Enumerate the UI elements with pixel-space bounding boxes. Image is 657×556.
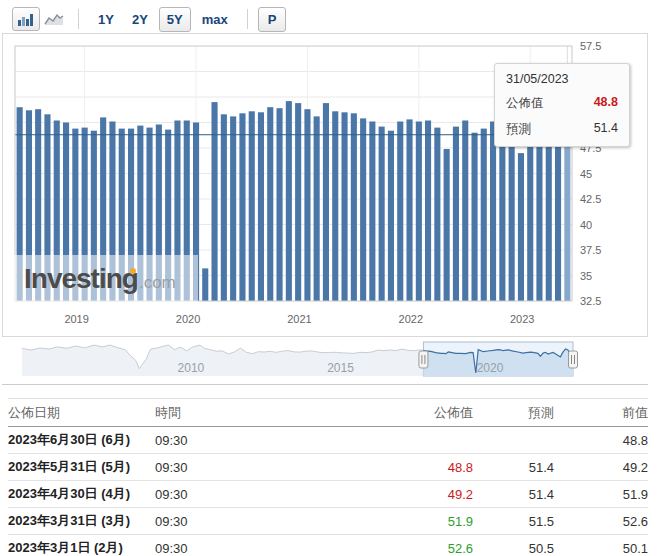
pmi-bar[interactable] — [342, 112, 348, 301]
x-axis-year-label: 2021 — [287, 313, 311, 325]
pmi-bar[interactable] — [351, 113, 357, 301]
navigator-chart[interactable]: 201020152020 — [2, 338, 648, 384]
pmi-bar[interactable] — [239, 113, 245, 301]
previous-cell: 50.1 — [554, 541, 648, 556]
actual-cell: 52.6 — [313, 541, 473, 556]
previous-cell: 51.9 — [554, 487, 648, 502]
pmi-bar[interactable] — [499, 131, 505, 301]
pmi-bar[interactable] — [212, 102, 218, 301]
table-row[interactable]: 2023年5月31日 (5月)09:3048.851.449.2 — [8, 454, 648, 481]
pmi-bar[interactable] — [388, 131, 394, 301]
pmi-bar[interactable] — [221, 114, 227, 301]
bar-chart-type-button[interactable] — [12, 7, 40, 31]
forecast-cell: 51.4 — [473, 460, 554, 475]
time-cell: 09:30 — [155, 541, 313, 556]
navigator-year-label: 2020 — [477, 361, 504, 375]
table-header-row: 公佈日期 時間 公佈值 預測 前值 — [8, 398, 648, 427]
pmi-bar[interactable] — [379, 127, 385, 301]
pmi-bar[interactable] — [332, 111, 338, 301]
time-cell: 09:30 — [155, 487, 313, 502]
navigator-right-handle[interactable] — [569, 351, 578, 368]
y-axis-tick-label: 32.5 — [580, 295, 601, 307]
tooltip-actual-value: 48.8 — [594, 95, 618, 112]
pmi-bar[interactable] — [564, 135, 570, 301]
history-table: 公佈日期 時間 公佈值 預測 前值 2023年6月30日 (6月)09:3048… — [8, 398, 648, 556]
table-row[interactable]: 2023年3月31日 (3月)09:3051.951.552.6 — [8, 508, 648, 535]
pmi-bar[interactable] — [360, 118, 366, 301]
chart-widget: 57.55552.55047.54542.54037.53532.5201920… — [2, 33, 648, 337]
table-row[interactable]: 2023年3月1日 (2月)09:3052.650.550.1 — [8, 535, 648, 556]
pmi-bar[interactable] — [527, 122, 533, 302]
pmi-bar[interactable] — [295, 103, 301, 301]
release-date-cell: 2023年3月31日 (3月) — [8, 512, 155, 530]
investing-watermark: Investing .com — [14, 255, 198, 303]
forecast-cell: 51.5 — [473, 514, 554, 529]
table-row[interactable]: 2023年6月30日 (6月)09:3048.8 — [8, 427, 648, 454]
header-actual: 公佈值 — [313, 404, 473, 422]
previous-cell: 52.6 — [554, 514, 648, 529]
time-cell: 09:30 — [155, 460, 313, 475]
line-chart-type-button[interactable] — [40, 7, 68, 31]
time-cell: 09:30 — [155, 514, 313, 529]
pmi-bar[interactable] — [481, 129, 487, 301]
release-date-cell: 2023年4月30日 (4月) — [8, 485, 155, 503]
pmi-bar[interactable] — [518, 153, 524, 301]
tooltip-actual-label: 公佈值 — [506, 95, 544, 112]
x-axis-year-label: 2023 — [510, 313, 534, 325]
pmi-bar[interactable] — [472, 133, 478, 301]
pmi-bar[interactable] — [462, 121, 468, 302]
pmi-bar[interactable] — [277, 108, 283, 301]
pmi-bar[interactable] — [555, 131, 561, 301]
actual-cell: 51.9 — [313, 514, 473, 529]
pmi-bar[interactable] — [304, 109, 310, 301]
pmi-bar[interactable] — [267, 107, 273, 301]
forecast-cell: 51.4 — [473, 487, 554, 502]
pmi-bar[interactable] — [397, 122, 403, 302]
header-release-date: 公佈日期 — [8, 404, 155, 422]
range-button-1y[interactable]: 1Y — [91, 8, 121, 31]
line-chart-icon — [44, 12, 64, 26]
pmi-bar[interactable] — [453, 127, 459, 301]
range-navigator[interactable]: 201020152020 — [2, 338, 648, 385]
pmi-bar[interactable] — [249, 111, 255, 301]
navigator-year-label: 2015 — [327, 361, 354, 375]
table-body: 2023年6月30日 (6月)09:3048.82023年5月31日 (5月)0… — [8, 427, 648, 556]
range-button-max[interactable]: max — [195, 8, 235, 31]
header-previous: 前值 — [554, 404, 648, 422]
pmi-bar[interactable] — [407, 119, 413, 301]
pmi-bar[interactable] — [286, 101, 292, 301]
y-axis-tick-label: 37.5 — [580, 244, 601, 256]
toolbar-divider — [78, 9, 79, 29]
print-button[interactable]: P — [258, 7, 287, 32]
pmi-bar[interactable] — [314, 116, 320, 301]
table-row[interactable]: 2023年4月30日 (4月)09:3049.251.451.9 — [8, 481, 648, 508]
pmi-bar[interactable] — [509, 143, 515, 301]
chart-tooltip: 31/05/2023 公佈值 48.8 預測 51.4 — [494, 63, 630, 147]
pmi-bar[interactable] — [416, 122, 422, 302]
range-button-5y[interactable]: 5Y — [159, 7, 191, 32]
watermark-orange-dot — [130, 268, 136, 274]
range-button-2y[interactable]: 2Y — [125, 8, 155, 31]
toolbar-divider — [247, 9, 248, 29]
pmi-bar[interactable] — [490, 122, 496, 302]
navigator-left-handle[interactable] — [419, 351, 428, 368]
navigator-year-label: 2010 — [178, 361, 205, 375]
previous-cell: 48.8 — [554, 433, 648, 448]
release-date-cell: 2023年3月1日 (2月) — [8, 539, 155, 556]
y-axis-tick-label: 40 — [580, 219, 592, 231]
tooltip-date: 31/05/2023 — [506, 72, 618, 86]
x-axis-year-label: 2022 — [399, 313, 423, 325]
pmi-bar[interactable] — [425, 121, 431, 302]
actual-cell: 49.2 — [313, 487, 473, 502]
pmi-bar[interactable] — [323, 103, 329, 301]
y-axis-tick-label: 35 — [580, 270, 592, 282]
header-time: 時間 — [155, 404, 313, 422]
pmi-bar[interactable] — [434, 128, 440, 301]
time-cell: 09:30 — [155, 433, 313, 448]
pmi-bar[interactable] — [369, 122, 375, 302]
pmi-bar[interactable] — [258, 112, 264, 301]
header-forecast: 預測 — [473, 404, 554, 422]
pmi-bar[interactable] — [444, 149, 450, 301]
pmi-bar[interactable] — [230, 116, 236, 301]
pmi-bar[interactable] — [202, 268, 208, 301]
